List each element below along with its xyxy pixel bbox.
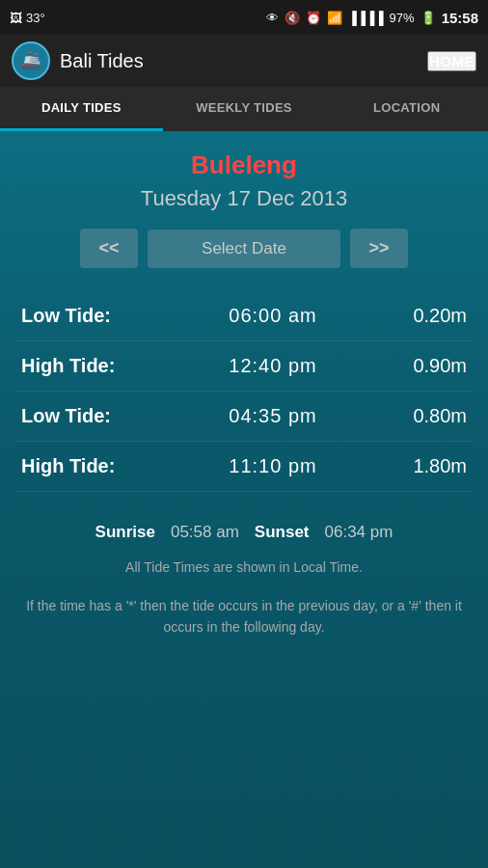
alarm-icon: ⏰ [306, 11, 321, 25]
wifi-icon: 📶 [327, 11, 342, 25]
clock-time: 15:58 [442, 10, 478, 26]
battery-icon: 🔋 [420, 11, 436, 25]
next-date-button[interactable]: >> [350, 229, 408, 268]
status-right: 👁 🔇 ⏰ 📶 ▐▐▐▐ 97% 🔋 15:58 [266, 10, 478, 26]
tab-weekly-tides[interactable]: WEEKLY TIDES [163, 87, 326, 131]
app-header: 🚢 Bali Tides HOME [0, 35, 488, 87]
status-left: 🖼 33° [10, 11, 45, 25]
tide-time-2: 12:40 pm [147, 355, 399, 377]
date-nav: << Select Date >> [15, 229, 473, 268]
waves-icon: 🚢 [20, 50, 41, 71]
date-display: Tuesday 17 Dec 2013 [15, 186, 473, 211]
mute-icon: 🔇 [285, 11, 300, 25]
sunrise-time: 05:58 am [171, 523, 239, 542]
tide-height-4: 1.80m [399, 455, 467, 477]
tide-time-3: 04:35 pm [147, 405, 399, 427]
tide-label-2: High Tide: [21, 355, 147, 377]
app-title: Bali Tides [60, 50, 144, 72]
prev-date-button[interactable]: << [80, 229, 138, 268]
tide-time-1: 06:00 am [147, 305, 399, 327]
tab-daily-tides[interactable]: DAILY TIDES [0, 87, 163, 131]
table-row: High Tide: 11:10 pm 1.80m [15, 442, 473, 492]
main-content: Buleleng Tuesday 17 Dec 2013 << Select D… [0, 131, 488, 868]
sunset-label: Sunset [255, 523, 310, 542]
tab-bar: DAILY TIDES WEEKLY TIDES LOCATION [0, 87, 488, 131]
disclaimer-local-time: All Tide Times are shown in Local Time. [15, 552, 473, 583]
table-row: High Tide: 12:40 pm 0.90m [15, 341, 473, 392]
tide-time-4: 11:10 pm [147, 455, 399, 477]
disclaimer-symbols: If the time has a '*' then the tide occu… [15, 595, 473, 638]
table-row: Low Tide: 04:35 pm 0.80m [15, 392, 473, 442]
photo-icon: 🖼 [10, 11, 22, 25]
home-button[interactable]: HOME [427, 51, 476, 71]
tide-label-4: High Tide: [21, 455, 147, 477]
app-header-left: 🚢 Bali Tides [12, 41, 144, 80]
status-bar: 🖼 33° 👁 🔇 ⏰ 📶 ▐▐▐▐ 97% 🔋 15:58 [0, 0, 488, 35]
location-name: Buleleng [15, 150, 473, 180]
tide-label-1: Low Tide: [21, 305, 147, 327]
temperature-display: 33° [26, 11, 45, 25]
sunrise-label: Sunrise [95, 523, 155, 542]
table-row: Low Tide: 06:00 am 0.20m [15, 291, 473, 341]
sunset-time: 06:34 pm [325, 523, 393, 542]
eye-icon: 👁 [266, 11, 279, 25]
signal-bars: ▐▐▐▐ [348, 11, 384, 25]
app-logo: 🚢 [12, 41, 50, 80]
tide-height-1: 0.20m [399, 305, 467, 327]
battery-percent: 97% [390, 11, 415, 25]
sun-row: Sunrise 05:58 am Sunset 06:34 pm [15, 509, 473, 552]
tide-height-3: 0.80m [399, 405, 467, 427]
tide-table: Low Tide: 06:00 am 0.20m High Tide: 12:4… [15, 291, 473, 492]
tide-height-2: 0.90m [399, 355, 467, 377]
tab-location[interactable]: LOCATION [325, 87, 488, 131]
tide-label-3: Low Tide: [21, 405, 147, 427]
select-date-button[interactable]: Select Date [148, 230, 340, 268]
